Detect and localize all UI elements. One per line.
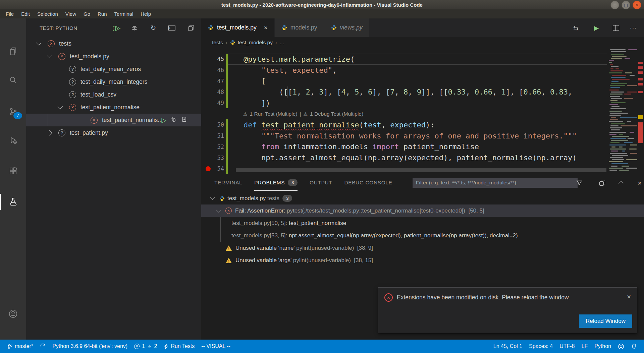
tab-views-py[interactable]: views.py bbox=[324, 18, 370, 37]
panel-tab-problems[interactable]: PROBLEMS3 bbox=[254, 174, 298, 191]
menu-terminal[interactable]: Terminal bbox=[111, 9, 137, 18]
status-spaces-4[interactable]: Spaces: 4 bbox=[526, 343, 556, 349]
problems-file-name: test_models.py bbox=[227, 195, 266, 202]
tree-item-test-patient-normalise[interactable]: ×test_patient_normalise bbox=[26, 101, 201, 114]
code-line-52: 52 from inflammation.models import patie… bbox=[201, 141, 644, 153]
tree-item-test-daily-mean-integers[interactable]: ?test_daily_mean_integers bbox=[26, 75, 201, 88]
source-control-icon[interactable]: 7 bbox=[0, 103, 26, 120]
more-actions-icon[interactable]: ··· bbox=[628, 23, 638, 33]
breadcrumb[interactable]: tests›test_models.py›... bbox=[201, 37, 644, 48]
horizontal-scrollbar[interactable] bbox=[236, 168, 606, 172]
status-python[interactable]: Python bbox=[591, 343, 614, 349]
maximize-panel-icon[interactable] bbox=[616, 178, 627, 188]
status-utf-8[interactable]: UTF-8 bbox=[556, 343, 578, 349]
tree-item-test-daily-mean-zeros[interactable]: ?test_daily_mean_zeros bbox=[26, 63, 201, 75]
close-window-icon[interactable]: × bbox=[633, 1, 641, 9]
menu-go[interactable]: Go bbox=[80, 9, 94, 18]
tree-item-tests[interactable]: ×tests bbox=[26, 37, 201, 50]
maximize-icon[interactable]: ▢ bbox=[622, 1, 630, 9]
breakpoint-gutter[interactable] bbox=[201, 163, 215, 174]
extensions-icon[interactable] bbox=[0, 162, 26, 180]
problem-row-0[interactable]: ×Fail: AssertionError: pytest(./tests/te… bbox=[201, 204, 644, 217]
minimize-icon[interactable]: − bbox=[610, 1, 619, 9]
problem-row-3[interactable]: Unused variable 'name' pylint(unused-var… bbox=[201, 242, 644, 254]
debug-test-icon[interactable] bbox=[171, 116, 177, 124]
breadcrumb-item[interactable]: ... bbox=[280, 40, 284, 46]
go-to-test-icon[interactable] bbox=[181, 116, 187, 124]
filter-icon[interactable] bbox=[574, 178, 584, 188]
status-bell-icon[interactable] bbox=[628, 343, 641, 350]
tab-close-icon[interactable]: × bbox=[264, 24, 268, 31]
menu-file[interactable]: File bbox=[2, 9, 17, 18]
codelens-link[interactable]: 1 Debug Test (Multiple) bbox=[310, 111, 363, 117]
tab-models-py[interactable]: models.py bbox=[275, 18, 324, 37]
panel-tab-output[interactable]: OUTPUT bbox=[310, 174, 332, 191]
tree-item-test-patient-py[interactable]: ?test_patient.py bbox=[26, 126, 201, 139]
minimap[interactable] bbox=[607, 48, 637, 174]
menu-selection[interactable]: Selection bbox=[34, 9, 62, 18]
explorer-icon[interactable] bbox=[0, 43, 26, 60]
discover-tests-icon[interactable]: ↻ bbox=[149, 23, 158, 33]
notification-close-icon[interactable]: × bbox=[626, 293, 632, 300]
run-python-file-icon[interactable]: ▶ bbox=[591, 23, 601, 33]
run-test-icon[interactable]: ▷ bbox=[161, 117, 166, 123]
status-ln-45-col-1[interactable]: Ln 45, Col 1 bbox=[490, 343, 526, 349]
tree-item-test-load-csv[interactable]: ?test_load_csv bbox=[26, 88, 201, 101]
status-branch[interactable]: master* bbox=[4, 343, 37, 349]
tree-item-test-models-py[interactable]: ×test_models.py bbox=[26, 50, 201, 63]
test-failed-icon: × bbox=[91, 117, 98, 124]
breakpoint-gutter[interactable] bbox=[201, 130, 215, 141]
testing-icon[interactable] bbox=[0, 193, 26, 211]
open-changes-icon[interactable]: ⇆ bbox=[571, 23, 581, 33]
tree-item-test-patient-normalis-[interactable]: ×test_patient_normalis...▷ bbox=[26, 114, 201, 126]
menu-view[interactable]: View bbox=[62, 9, 80, 18]
panel-tab-terminal[interactable]: TERMINAL bbox=[214, 174, 242, 191]
breakpoint-gutter[interactable] bbox=[201, 98, 215, 109]
code-editor[interactable]: 45@pytest.mark.parametrize(46 "test, exp… bbox=[201, 48, 644, 174]
test-tree: ×tests×test_models.py?test_daily_mean_ze… bbox=[26, 37, 201, 139]
breakpoint-gutter[interactable] bbox=[201, 86, 215, 98]
menu-run[interactable]: Run bbox=[94, 9, 111, 18]
line-number: 48 bbox=[215, 86, 224, 98]
problems-file-row[interactable]: test_models.py tests 3 bbox=[201, 192, 644, 204]
reload-window-button[interactable]: Reload Window bbox=[579, 314, 632, 328]
breakpoint-gutter[interactable] bbox=[201, 152, 215, 163]
breadcrumb-item[interactable]: test_models.py bbox=[238, 40, 273, 46]
breakpoint-icon[interactable] bbox=[206, 166, 211, 171]
breakpoint-gutter[interactable] bbox=[201, 54, 215, 65]
debug-all-tests-icon[interactable] bbox=[130, 23, 139, 33]
status-lf[interactable]: LF bbox=[578, 343, 591, 349]
split-editor-icon[interactable] bbox=[611, 23, 621, 33]
status-run-tests[interactable]: Run Tests bbox=[160, 343, 198, 349]
account-icon[interactable] bbox=[0, 305, 26, 322]
problems-filter-input[interactable] bbox=[413, 178, 578, 188]
menu-edit[interactable]: Edit bbox=[17, 9, 34, 18]
breakpoint-gutter[interactable] bbox=[201, 75, 215, 86]
status-feedback-icon[interactable] bbox=[614, 343, 628, 350]
error-marker bbox=[638, 122, 643, 143]
search-icon[interactable] bbox=[0, 71, 26, 89]
breakpoint-gutter[interactable] bbox=[201, 141, 215, 153]
breakpoint-gutter[interactable] bbox=[201, 119, 215, 130]
tab-test_models-py[interactable]: test_models.py× bbox=[201, 18, 275, 37]
panel-tab-debug-console[interactable]: DEBUG CONSOLE bbox=[344, 174, 392, 191]
status-item-5[interactable]: -- VISUAL -- bbox=[198, 343, 234, 349]
problem-row-2[interactable]: test_models.py[53, 5]: npt.assert_almost… bbox=[201, 229, 644, 242]
breadcrumb-item[interactable]: tests bbox=[212, 40, 223, 46]
status-item-2[interactable]: Python 3.6.9 64-bit ('env': venv) bbox=[49, 343, 131, 349]
collapse-all-icon[interactable] bbox=[186, 23, 196, 33]
breakpoint-gutter[interactable] bbox=[201, 65, 215, 76]
codelens-link[interactable]: 1 Run Test (Multiple) bbox=[250, 111, 298, 117]
problems-list: test_models.py tests 3×Fail: AssertionEr… bbox=[201, 192, 644, 267]
status-sync[interactable] bbox=[37, 344, 49, 349]
close-panel-icon[interactable]: × bbox=[635, 178, 644, 188]
run-and-debug-icon[interactable] bbox=[0, 131, 26, 149]
show-test-output-icon[interactable]: › bbox=[167, 23, 176, 33]
run-all-tests-icon[interactable]: ▷▷ bbox=[112, 23, 121, 33]
status-error-count[interactable]: ×1⚠2 bbox=[131, 343, 160, 349]
group-by-icon[interactable] bbox=[597, 178, 607, 188]
problem-row-1[interactable]: test_models.py[50, 5]: test_patient_norm… bbox=[201, 217, 644, 229]
menu-help[interactable]: Help bbox=[137, 9, 155, 18]
problem-row-4[interactable]: Unused variable 'args' pylint(unused-var… bbox=[201, 254, 644, 267]
panel-tab-label: TERMINAL bbox=[214, 180, 242, 186]
